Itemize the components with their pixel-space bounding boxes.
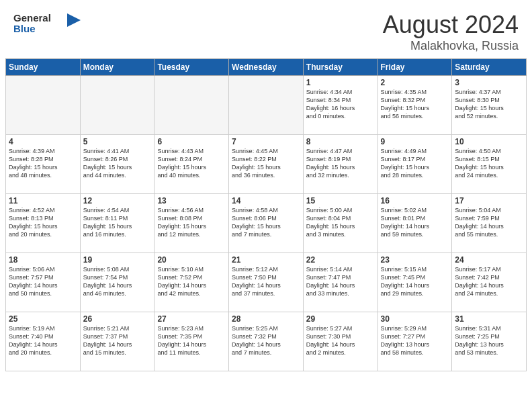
calendar-cell: 22Sunrise: 5:14 AM Sunset: 7:47 PM Dayli… [303,253,378,312]
calendar-cell: 24Sunrise: 5:17 AM Sunset: 7:42 PM Dayli… [452,253,527,312]
day-info: Sunrise: 4:49 AM Sunset: 8:17 PM Dayligh… [381,147,449,180]
day-header-monday: Monday [80,59,154,76]
day-number: 21 [232,255,300,265]
calendar-cell: 30Sunrise: 5:29 AM Sunset: 7:27 PM Dayli… [378,312,452,371]
calendar-cell: 16Sunrise: 5:02 AM Sunset: 8:01 PM Dayli… [378,194,452,253]
calendar-week-row: 1Sunrise: 4:34 AM Sunset: 8:34 PM Daylig… [6,76,527,135]
day-number: 29 [306,314,375,324]
logo-icon [51,11,81,36]
day-info: Sunrise: 4:50 AM Sunset: 8:15 PM Dayligh… [455,147,523,180]
day-number: 20 [157,255,226,265]
calendar-week-row: 4Sunrise: 4:39 AM Sunset: 8:28 PM Daylig… [6,135,527,194]
calendar-cell: 11Sunrise: 4:52 AM Sunset: 8:13 PM Dayli… [6,194,81,253]
calendar-cell: 12Sunrise: 4:54 AM Sunset: 8:11 PM Dayli… [80,194,154,253]
day-header-tuesday: Tuesday [154,59,229,76]
day-number: 22 [306,255,375,265]
day-number: 6 [157,137,226,146]
day-number: 23 [381,255,449,265]
day-number: 18 [9,255,77,265]
day-info: Sunrise: 5:00 AM Sunset: 8:04 PM Dayligh… [306,206,375,239]
page-header: GeneralBlue August 2024 Malakhovka, Russ… [0,0,532,58]
day-number: 27 [157,314,226,324]
calendar-cell: 28Sunrise: 5:25 AM Sunset: 7:32 PM Dayli… [229,312,304,371]
day-number: 24 [455,255,523,265]
day-number: 26 [83,314,152,324]
calendar-cell: 13Sunrise: 4:56 AM Sunset: 8:08 PM Dayli… [154,194,229,253]
calendar-table: SundayMondayTuesdayWednesdayThursdayFrid… [5,58,527,371]
day-header-friday: Friday [378,59,452,76]
calendar-cell: 18Sunrise: 5:06 AM Sunset: 7:57 PM Dayli… [6,253,81,312]
day-info: Sunrise: 4:39 AM Sunset: 8:28 PM Dayligh… [9,147,77,180]
day-number: 15 [306,196,375,205]
day-info: Sunrise: 4:43 AM Sunset: 8:24 PM Dayligh… [157,147,226,180]
day-info: Sunrise: 5:25 AM Sunset: 7:32 PM Dayligh… [232,324,300,357]
day-info: Sunrise: 5:14 AM Sunset: 7:47 PM Dayligh… [306,265,375,298]
day-number: 11 [9,196,77,205]
day-number: 31 [455,314,523,324]
calendar-cell: 5Sunrise: 4:41 AM Sunset: 8:26 PM Daylig… [80,135,154,194]
calendar-cell: 6Sunrise: 4:43 AM Sunset: 8:24 PM Daylig… [154,135,229,194]
calendar-cell: 17Sunrise: 5:04 AM Sunset: 7:59 PM Dayli… [452,194,527,253]
calendar-cell [6,76,81,135]
day-info: Sunrise: 4:58 AM Sunset: 8:06 PM Dayligh… [232,206,300,239]
calendar-cell [154,76,229,135]
day-number: 13 [157,196,226,205]
calendar-cell: 2Sunrise: 4:35 AM Sunset: 8:32 PM Daylig… [378,76,452,135]
day-header-thursday: Thursday [303,59,378,76]
calendar-cell: 1Sunrise: 4:34 AM Sunset: 8:34 PM Daylig… [303,76,378,135]
day-info: Sunrise: 5:12 AM Sunset: 7:50 PM Dayligh… [232,265,300,298]
day-info: Sunrise: 5:19 AM Sunset: 7:40 PM Dayligh… [9,324,77,357]
day-number: 7 [232,137,300,146]
day-number: 16 [381,196,449,205]
day-header-saturday: Saturday [452,59,527,76]
day-header-wednesday: Wednesday [229,59,304,76]
calendar-cell: 14Sunrise: 4:58 AM Sunset: 8:06 PM Dayli… [229,194,304,253]
day-number: 17 [455,196,523,205]
calendar-wrapper: SundayMondayTuesdayWednesdayThursdayFrid… [0,58,532,377]
calendar-cell: 3Sunrise: 4:37 AM Sunset: 8:30 PM Daylig… [452,76,527,135]
calendar-week-row: 18Sunrise: 5:06 AM Sunset: 7:57 PM Dayli… [6,253,527,312]
day-info: Sunrise: 4:35 AM Sunset: 8:32 PM Dayligh… [381,88,449,121]
day-number: 4 [9,137,77,146]
calendar-cell: 9Sunrise: 4:49 AM Sunset: 8:17 PM Daylig… [378,135,452,194]
day-info: Sunrise: 4:37 AM Sunset: 8:30 PM Dayligh… [455,88,523,121]
day-number: 14 [232,196,300,205]
logo: GeneralBlue [13,11,81,36]
calendar-cell: 15Sunrise: 5:00 AM Sunset: 8:04 PM Dayli… [303,194,378,253]
calendar-cell: 29Sunrise: 5:27 AM Sunset: 7:30 PM Dayli… [303,312,378,371]
day-info: Sunrise: 5:29 AM Sunset: 7:27 PM Dayligh… [381,324,449,357]
calendar-cell: 26Sunrise: 5:21 AM Sunset: 7:37 PM Dayli… [80,312,154,371]
logo-general: General [13,13,51,24]
day-number: 19 [83,255,152,265]
calendar-cell [229,76,304,135]
day-info: Sunrise: 5:21 AM Sunset: 7:37 PM Dayligh… [83,324,152,357]
day-number: 25 [9,314,77,324]
day-info: Sunrise: 5:08 AM Sunset: 7:54 PM Dayligh… [83,265,152,298]
day-info: Sunrise: 5:27 AM Sunset: 7:30 PM Dayligh… [306,324,375,357]
day-number: 30 [381,314,449,324]
day-info: Sunrise: 5:23 AM Sunset: 7:35 PM Dayligh… [157,324,226,357]
calendar-cell: 31Sunrise: 5:31 AM Sunset: 7:25 PM Dayli… [452,312,527,371]
logo-blue: Blue [13,24,51,35]
calendar-cell: 20Sunrise: 5:10 AM Sunset: 7:52 PM Dayli… [154,253,229,312]
day-info: Sunrise: 4:54 AM Sunset: 8:11 PM Dayligh… [83,206,152,239]
calendar-cell: 10Sunrise: 4:50 AM Sunset: 8:15 PM Dayli… [452,135,527,194]
day-info: Sunrise: 5:15 AM Sunset: 7:45 PM Dayligh… [381,265,449,298]
day-number: 3 [455,78,523,87]
day-number: 1 [306,78,375,87]
calendar-cell: 7Sunrise: 4:45 AM Sunset: 8:22 PM Daylig… [229,135,304,194]
day-info: Sunrise: 4:56 AM Sunset: 8:08 PM Dayligh… [157,206,226,239]
day-info: Sunrise: 4:34 AM Sunset: 8:34 PM Dayligh… [306,88,375,121]
day-header-sunday: Sunday [6,59,81,76]
day-info: Sunrise: 5:31 AM Sunset: 7:25 PM Dayligh… [455,324,523,357]
month-year: August 2024 [383,11,519,39]
day-info: Sunrise: 5:10 AM Sunset: 7:52 PM Dayligh… [157,265,226,298]
calendar-cell: 25Sunrise: 5:19 AM Sunset: 7:40 PM Dayli… [6,312,81,371]
day-info: Sunrise: 5:17 AM Sunset: 7:42 PM Dayligh… [455,265,523,298]
day-number: 12 [83,196,152,205]
day-number: 2 [381,78,449,87]
title-block: August 2024 Malakhovka, Russia [383,11,519,53]
day-number: 9 [381,137,449,146]
calendar-cell: 21Sunrise: 5:12 AM Sunset: 7:50 PM Dayli… [229,253,304,312]
day-info: Sunrise: 5:04 AM Sunset: 7:59 PM Dayligh… [455,206,523,239]
